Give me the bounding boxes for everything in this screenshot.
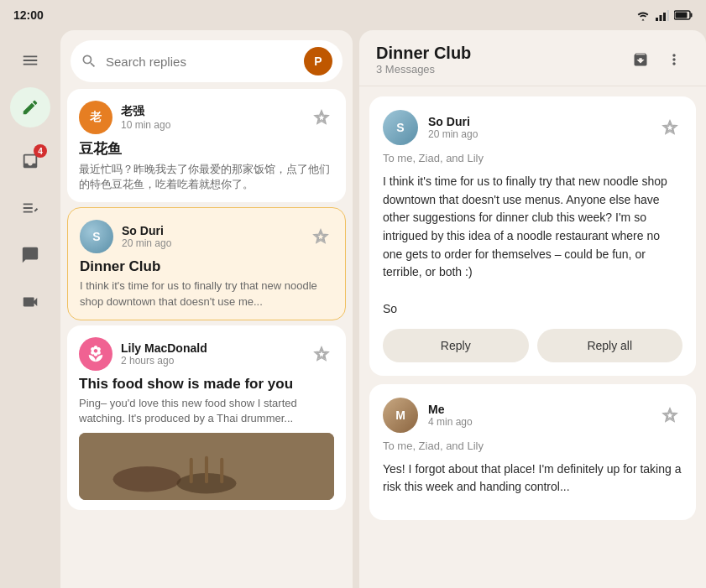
message-time: 2 hours ago [121, 355, 301, 367]
sender-info: Lily MacDonald 2 hours ago [121, 341, 301, 367]
sidebar-item-menu[interactable] [10, 40, 50, 81]
message-time: 10 min ago [121, 119, 301, 131]
message-card-header: S So Duri 20 min ago [80, 220, 333, 253]
thread-list: S So Duri 20 min ago To me, Ziad, and Li… [359, 86, 706, 588]
right-header: Dinner Club 3 Messages [359, 30, 706, 86]
avatar: S [383, 110, 418, 145]
star-button[interactable] [657, 403, 682, 428]
search-input[interactable] [106, 55, 295, 69]
sender-name: Lily MacDonald [121, 341, 301, 355]
left-panel: P 老 老强 10 min ago 豆花鱼 最近忙吗？昨晚我去了你最爱的那家饭馆… [60, 30, 353, 588]
star-button[interactable] [308, 224, 333, 249]
thread-recipients: To me, Ziad, and Lily [383, 152, 682, 164]
sidebar-nav: 4 [0, 30, 60, 588]
thread-card: M Me 4 min ago To me, Ziad, and Lily Yes… [369, 384, 696, 520]
right-header-actions [625, 44, 689, 75]
sidebar-item-chat[interactable] [10, 235, 50, 275]
thread-card-header: M Me 4 min ago [383, 398, 682, 433]
svg-rect-6 [691, 13, 693, 18]
sender-name: So Duri [122, 224, 300, 237]
message-card[interactable]: S So Duri 20 min ago Dinner Club I think… [67, 207, 346, 320]
search-bar[interactable]: P [71, 40, 343, 82]
sidebar-item-compose[interactable] [10, 87, 50, 127]
svg-rect-5 [676, 13, 688, 18]
thread-sender-info: Me 4 min ago [428, 403, 647, 428]
user-avatar[interactable]: P [304, 47, 332, 75]
message-time: 20 min ago [122, 237, 300, 249]
reply-button[interactable]: Reply [383, 329, 529, 362]
message-card[interactable]: Lily MacDonald 2 hours ago This food sho… [67, 325, 346, 510]
more-vert-icon [666, 51, 682, 68]
search-icon [81, 53, 97, 70]
thread-recipients: To me, Ziad, and Lily [383, 440, 682, 452]
star-button[interactable] [309, 105, 334, 130]
edit-icon [21, 98, 39, 117]
menu-icon [21, 51, 39, 70]
reply-all-button[interactable]: Reply all [537, 329, 683, 362]
thread-actions: Reply Reply all [383, 329, 682, 362]
signal-icon [656, 10, 669, 21]
message-preview: I think it's time for us to finally try … [80, 278, 333, 309]
thread-body: Yes! I forgot about that place! I'm defi… [383, 461, 682, 497]
thread-title: Dinner Club [376, 44, 471, 63]
thread-sender-info: So Duri 20 min ago [428, 115, 647, 140]
chat-icon [21, 246, 39, 264]
svg-rect-1 [660, 15, 662, 21]
battery-icon [674, 10, 693, 20]
message-subject: 豆花鱼 [79, 139, 334, 159]
avatar: 老 [79, 101, 112, 134]
message-preview: 最近忙吗？昨晚我去了你最爱的那家饭馆，点了他们的特色豆花鱼，吃着吃着就想你了。 [79, 162, 334, 192]
thread-card: S So Duri 20 min ago To me, Ziad, and Li… [369, 96, 696, 376]
message-image-preview [79, 433, 334, 500]
message-preview: Ping– you'd love this new food show I st… [79, 396, 334, 426]
star-button[interactable] [309, 341, 334, 367]
message-subject: This food show is made for you [79, 376, 334, 393]
right-header-text: Dinner Club 3 Messages [376, 44, 471, 75]
star-button[interactable] [657, 115, 682, 140]
sender-name: 老强 [121, 104, 301, 119]
svg-rect-15 [220, 458, 223, 483]
sender-info: So Duri 20 min ago [122, 224, 300, 249]
avatar [79, 337, 112, 371]
food-image [79, 433, 334, 500]
status-time: 12:00 [13, 8, 44, 22]
star-icon [313, 346, 330, 362]
wifi-icon [635, 10, 651, 21]
svg-rect-0 [656, 18, 658, 21]
star-icon [662, 119, 678, 136]
status-bar: 12:00 [0, 0, 706, 30]
thread-subtitle: 3 Messages [376, 63, 471, 75]
archive-icon [632, 51, 649, 68]
archive-button[interactable] [625, 44, 656, 75]
thread-card-header: S So Duri 20 min ago [383, 110, 682, 145]
message-card-header: 老 老强 10 min ago [79, 101, 334, 134]
thread-time: 4 min ago [428, 416, 647, 428]
star-icon [313, 109, 330, 126]
sidebar-item-inbox[interactable]: 4 [10, 141, 50, 181]
svg-rect-2 [663, 13, 666, 21]
sidebar-item-notes[interactable] [10, 188, 50, 228]
thread-sender-name: So Duri [428, 115, 647, 128]
message-list: 老 老强 10 min ago 豆花鱼 最近忙吗？昨晚我去了你最爱的那家饭馆，点… [60, 89, 353, 588]
right-panel: Dinner Club 3 Messages S So Duri [359, 30, 706, 588]
avatar: S [80, 220, 113, 253]
svg-rect-3 [667, 10, 670, 21]
star-icon [312, 228, 329, 245]
svg-point-8 [113, 466, 181, 492]
flower-icon [86, 345, 105, 363]
more-button[interactable] [659, 44, 689, 75]
main-layout: 4 P 老 [0, 30, 706, 588]
avatar: M [383, 398, 418, 433]
sidebar-item-video[interactable] [10, 282, 50, 322]
thread-sender-name: Me [428, 403, 647, 416]
sender-info: 老强 10 min ago [121, 104, 301, 131]
star-icon [662, 407, 678, 424]
message-card-header: Lily MacDonald 2 hours ago [79, 337, 334, 371]
message-subject: Dinner Club [80, 258, 333, 275]
thread-body: I think it's time for us to finally try … [383, 173, 682, 319]
inbox-badge: 4 [34, 144, 47, 158]
message-card[interactable]: 老 老强 10 min ago 豆花鱼 最近忙吗？昨晚我去了你最爱的那家饭馆，点… [67, 89, 346, 202]
thread-time: 20 min ago [428, 128, 647, 140]
svg-rect-13 [190, 458, 193, 483]
notes-icon [21, 199, 39, 217]
